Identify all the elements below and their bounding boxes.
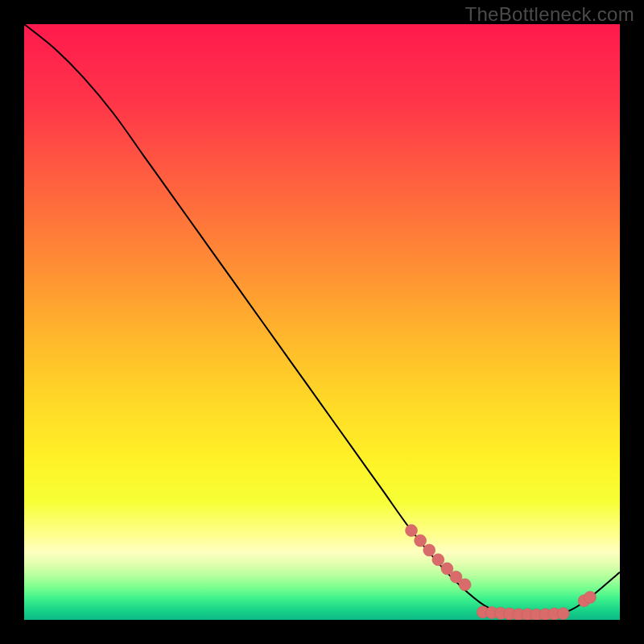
highlight-dot [415,535,427,547]
watermark-text: TheBottleneck.com [464,3,634,26]
highlight-dot [441,563,453,575]
highlight-dot [584,591,597,603]
chart-frame: TheBottleneck.com [0,0,644,644]
bottleneck-curve [24,24,620,617]
highlight-dot [423,544,436,556]
highlight-dot [557,608,569,620]
highlight-dots [406,525,597,621]
highlight-dot [459,579,471,591]
highlight-dot [406,525,418,537]
chart-overlay [24,24,620,620]
highlight-dot [432,554,444,566]
plot-area [24,24,620,620]
